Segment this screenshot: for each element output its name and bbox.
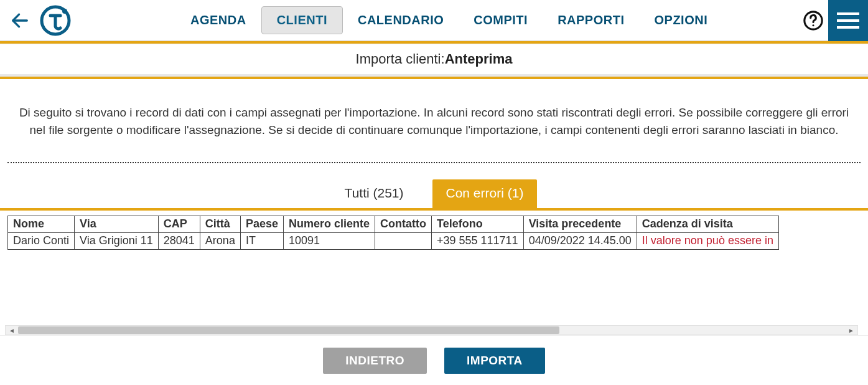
col-telefono: Telefono (432, 216, 524, 233)
page-title-prefix: Importa clienti: (356, 51, 445, 67)
cell-nome: Dario Conti (8, 233, 75, 250)
table-header-row: Nome Via CAP Città Paese Numero cliente … (8, 216, 779, 233)
scroll-left-arrow-icon[interactable]: ◄ (7, 326, 17, 335)
col-citta: Città (200, 216, 240, 233)
horizontal-scrollbar[interactable]: ◄ ► (5, 325, 858, 335)
logo-icon (40, 5, 71, 36)
filter-tab-errors[interactable]: Con errori (1) (432, 179, 538, 208)
col-cap: CAP (158, 216, 200, 233)
svg-point-2 (62, 9, 67, 14)
cell-citta: Arona (200, 233, 240, 250)
tab-rapporti[interactable]: RAPPORTI (543, 7, 639, 34)
main-scroll[interactable]: Di seguito si trovano i record di dati c… (0, 79, 868, 335)
menu-button[interactable] (828, 0, 868, 41)
filter-bar: Tutti (251) Con errori (1) (0, 179, 868, 211)
footer-bar: INDIETRO IMPORTA (0, 335, 868, 385)
tab-calendario[interactable]: CALENDARIO (343, 7, 459, 34)
col-contatto: Contatto (375, 216, 432, 233)
col-nrcli: Numero cliente (283, 216, 375, 233)
svg-rect-7 (837, 26, 859, 29)
svg-rect-6 (837, 19, 859, 22)
import-button[interactable]: IMPORTA (444, 348, 545, 374)
cell-visita: 04/09/2022 14.45.00 (523, 233, 637, 250)
preview-table: Nome Via CAP Città Paese Numero cliente … (7, 216, 779, 250)
tab-agenda[interactable]: AGENDA (175, 7, 261, 34)
scroll-right-arrow-icon[interactable]: ► (846, 326, 856, 335)
scroll-thumb[interactable] (18, 326, 559, 334)
cell-via: Via Grigioni 11 (75, 233, 159, 250)
svg-rect-5 (837, 12, 859, 15)
tab-clienti[interactable]: CLIENTI (261, 6, 343, 34)
intro-paragraph: Di seguito si trovano i record di dati c… (0, 79, 868, 162)
cell-contatto (375, 233, 432, 250)
content-area: Di seguito si trovano i record di dati c… (0, 75, 868, 385)
col-paese: Paese (240, 216, 283, 233)
cell-paese: IT (240, 233, 283, 250)
page-title-current: Anteprima (445, 51, 513, 67)
col-visita: Visita precedente (523, 216, 637, 233)
tab-opzioni[interactable]: OPZIONI (639, 7, 722, 34)
col-nome: Nome (8, 216, 75, 233)
top-nav: AGENDA CLIENTI CALENDARIO COMPITI RAPPOR… (0, 0, 868, 41)
tab-compiti[interactable]: COMPITI (459, 7, 543, 34)
filter-tab-all[interactable]: Tutti (251) (331, 179, 418, 208)
help-icon (803, 10, 824, 31)
cell-telefono: +39 555 111711 (432, 233, 524, 250)
table-row[interactable]: Dario Conti Via Grigioni 11 28041 Arona … (8, 233, 779, 250)
help-button[interactable] (798, 0, 828, 41)
back-step-button[interactable]: INDIETRO (323, 348, 427, 374)
back-button[interactable] (5, 6, 35, 36)
col-cadenza: Cadenza di visita (637, 216, 778, 233)
hamburger-icon (837, 11, 859, 30)
svg-point-4 (812, 24, 814, 26)
page-title-strip: Importa clienti: Anteprima (0, 44, 868, 75)
cell-cap: 28041 (158, 233, 200, 250)
nav-tabs: AGENDA CLIENTI CALENDARIO COMPITI RAPPOR… (101, 6, 798, 34)
cell-nrcli: 10091 (283, 233, 375, 250)
cell-cadenza: Il valore non può essere in (637, 233, 778, 250)
col-via: Via (75, 216, 159, 233)
app-logo (40, 5, 71, 36)
arrow-left-icon (9, 10, 30, 31)
dashed-divider (7, 162, 861, 163)
